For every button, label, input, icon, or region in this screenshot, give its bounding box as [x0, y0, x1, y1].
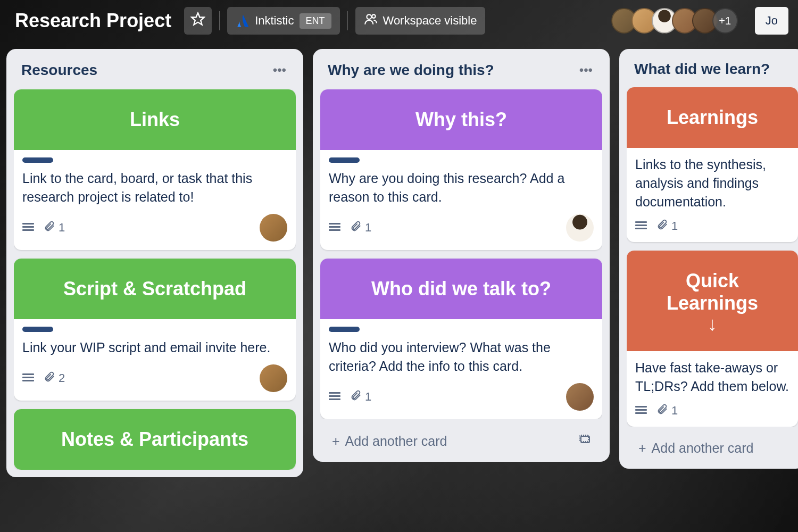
list-header: Resources ••• [14, 56, 296, 89]
card-member-avatar[interactable] [566, 383, 594, 411]
card-text: Have fast take-aways or TL;DRs? Add them… [635, 359, 789, 396]
card-body: Links to the synthesis, analysis and fin… [627, 148, 798, 242]
attachment-badge: 1 [350, 220, 371, 235]
description-badge [22, 373, 34, 383]
star-icon [190, 12, 205, 30]
workspace-tier-badge: ENT [300, 13, 331, 29]
description-badge [329, 223, 340, 232]
divider [347, 11, 348, 30]
list-header: Why are we doing this? ••• [320, 56, 602, 89]
card-body: Have fast take-aways or TL;DRs? Add them… [627, 351, 798, 427]
description-icon [329, 223, 340, 232]
card-body: Link to the card, board, or task that th… [14, 150, 296, 250]
atlassian-icon [236, 14, 250, 28]
card-body: Who did you interview? What was the crit… [320, 319, 602, 419]
card-text: Who did you interview? What was the crit… [329, 338, 594, 376]
star-board-button[interactable] [184, 7, 212, 35]
card-text: Link to the card, board, or task that th… [22, 169, 287, 206]
workspace-name: Inktistic [255, 14, 294, 28]
card-body: Link your WIP script and email invite he… [14, 319, 296, 401]
card[interactable]: Who did we talk to? Who did you intervie… [320, 259, 602, 419]
visibility-button[interactable]: Workspace visible [355, 7, 486, 35]
attachment-badge: 1 [656, 403, 678, 418]
add-card-button[interactable]: + Add another card [634, 437, 758, 459]
board-members: +1 [611, 8, 738, 34]
description-badge [22, 223, 34, 232]
board-header: Research Project Inktistic ENT [0, 0, 798, 41]
description-icon [635, 221, 647, 231]
list-menu-button[interactable]: ••• [269, 61, 290, 80]
card[interactable]: Links Link to the card, board, or task t… [14, 89, 296, 250]
list-cards: Learnings Links to the synthesis, analys… [627, 87, 798, 427]
card[interactable]: Quick Learnings ↓ Have fast take-aways o… [627, 251, 798, 427]
visibility-label: Workspace visible [383, 14, 477, 28]
list-header: What did we learn? [627, 56, 798, 87]
svg-point-1 [367, 14, 371, 19]
svg-marker-0 [192, 13, 204, 24]
card-member-avatar[interactable] [566, 214, 594, 242]
attachment-badge: 1 [656, 219, 678, 234]
list-resources: Resources ••• Links Link to the card, bo… [6, 49, 303, 477]
card-label [22, 327, 53, 332]
attachment-icon [350, 220, 362, 235]
attachment-badge: 2 [44, 371, 65, 386]
arrow-down-icon: ↓ [637, 317, 787, 332]
template-icon [579, 435, 592, 448]
card-text: Links to the synthesis, analysis and fin… [635, 155, 789, 211]
plus-icon: + [638, 440, 646, 456]
list-footer: + Add another card [320, 422, 602, 454]
list-menu-button[interactable]: ••• [575, 61, 597, 80]
card-label [329, 157, 360, 163]
list-footer: + Add another card [627, 430, 798, 461]
more-icon: ••• [579, 63, 593, 77]
attachment-badge: 1 [44, 220, 65, 235]
description-badge [329, 392, 340, 402]
card-cover: Script & Scratchpad [14, 259, 296, 319]
card-cover: Who did we talk to? [320, 259, 602, 319]
more-icon: ••• [273, 63, 286, 77]
attachment-icon [44, 220, 55, 235]
card-cover: Learnings [627, 87, 798, 148]
list-title[interactable]: What did we learn? [634, 61, 770, 78]
card-template-button[interactable] [576, 430, 595, 452]
card[interactable]: Why this? Why are you doing this researc… [320, 89, 602, 250]
attachment-icon [350, 389, 362, 404]
svg-point-2 [372, 14, 376, 18]
people-icon [364, 12, 378, 29]
join-button[interactable]: Jo [755, 7, 788, 35]
divider [219, 11, 220, 30]
card-member-avatar[interactable] [260, 364, 287, 392]
board-canvas: Resources ••• Links Link to the card, bo… [0, 41, 798, 532]
description-icon [329, 392, 340, 402]
card-cover: Links [14, 89, 296, 150]
card-text: Link your WIP script and email invite he… [22, 338, 287, 357]
description-badge [635, 221, 647, 231]
description-icon [22, 373, 34, 383]
attachment-icon [656, 219, 668, 234]
description-badge [635, 406, 647, 415]
card-text: Why are you doing this research? Add a r… [329, 169, 594, 206]
attachment-icon [44, 371, 55, 386]
card-cover: Why this? [320, 89, 602, 150]
list-cards: Links Link to the card, board, or task t… [14, 89, 296, 470]
list-learnings: What did we learn? Learnings Links to th… [619, 49, 798, 469]
list-title[interactable]: Resources [21, 62, 97, 79]
attachment-icon [656, 403, 668, 418]
add-card-button[interactable]: + Add another card [328, 430, 451, 452]
card[interactable]: Learnings Links to the synthesis, analys… [627, 87, 798, 242]
list-title[interactable]: Why are we doing this? [328, 62, 494, 79]
card-label [329, 327, 360, 332]
card-cover: Quick Learnings ↓ [627, 251, 798, 351]
card-label [22, 157, 53, 163]
description-icon [635, 406, 647, 415]
attachment-badge: 1 [350, 389, 371, 404]
card-cover: Notes & Participants [14, 409, 296, 470]
list-why: Why are we doing this? ••• Why this? Why… [313, 49, 610, 462]
board-title[interactable]: Research Project [10, 6, 177, 35]
member-overflow[interactable]: +1 [712, 8, 738, 34]
card[interactable]: Notes & Participants [14, 409, 296, 470]
card[interactable]: Script & Scratchpad Link your WIP script… [14, 259, 296, 401]
workspace-button[interactable]: Inktistic ENT [227, 7, 339, 35]
card-member-avatar[interactable] [260, 214, 287, 242]
list-cards: Why this? Why are you doing this researc… [320, 89, 602, 419]
